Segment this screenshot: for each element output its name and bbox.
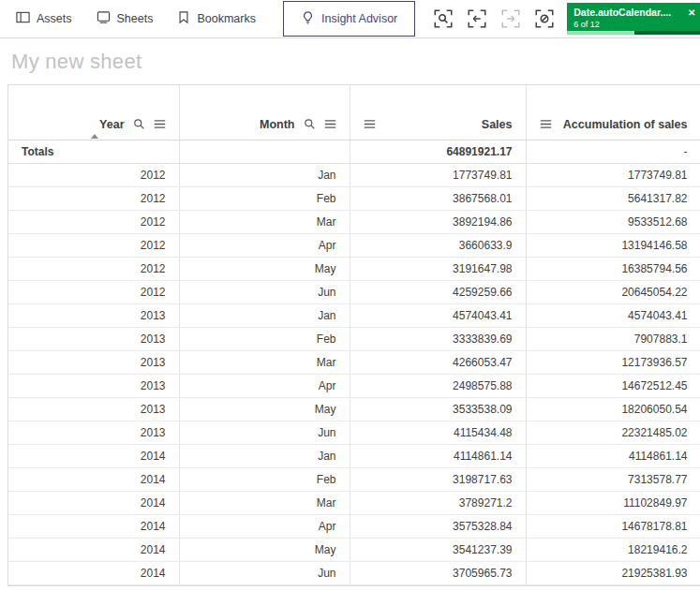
cell-accumulation: 14672512.45 bbox=[526, 374, 700, 397]
cell-sales: 4114861.14 bbox=[350, 444, 526, 467]
cell-year[interactable]: 2014 bbox=[8, 467, 179, 491]
cell-year[interactable]: 2013 bbox=[8, 350, 179, 374]
smart-search-selections-icon[interactable] bbox=[432, 7, 454, 30]
cell-month[interactable]: Apr bbox=[179, 374, 350, 397]
cell-sales: 3575328.84 bbox=[350, 514, 526, 538]
cell-year[interactable]: 2013 bbox=[8, 397, 179, 421]
cell-month[interactable]: Feb bbox=[179, 186, 350, 210]
table-body: Totals 64891921.17 - 2012 Jan 1773749.81… bbox=[8, 140, 700, 584]
cell-month[interactable]: Mar bbox=[179, 210, 350, 233]
cell-year[interactable]: 2012 bbox=[8, 210, 179, 233]
selection-progress-fill bbox=[567, 31, 634, 35]
cell-year[interactable]: 2014 bbox=[8, 444, 179, 467]
bookmarks-button[interactable]: Bookmarks bbox=[165, 0, 268, 37]
cell-month[interactable]: Jun bbox=[179, 280, 350, 303]
step-back-selection-icon[interactable] bbox=[466, 7, 488, 30]
accumulation-menu-icon[interactable] bbox=[540, 118, 552, 130]
cell-sales: 3867568.01 bbox=[350, 186, 526, 210]
cell-month[interactable]: Jan bbox=[179, 444, 350, 467]
cell-sales: 4115434.48 bbox=[350, 421, 526, 444]
cell-accumulation: 20645054.22 bbox=[526, 280, 700, 303]
cell-month[interactable]: Jan bbox=[179, 163, 350, 186]
cell-sales: 4574043.41 bbox=[350, 303, 526, 327]
table-row: 2013 Jun 4115434.48 22321485.02 bbox=[8, 421, 700, 444]
cell-month[interactable]: May bbox=[179, 257, 350, 280]
sales-header-label: Sales bbox=[482, 118, 513, 131]
table-row: 2014 Jan 4114861.14 4114861.14 bbox=[8, 444, 700, 467]
totals-accumulation: - bbox=[526, 140, 700, 163]
sheet-title: My new sheet bbox=[11, 50, 700, 74]
cell-month[interactable]: Apr bbox=[179, 514, 350, 538]
month-menu-icon[interactable] bbox=[324, 118, 336, 130]
cell-year[interactable]: 2012 bbox=[8, 257, 179, 280]
assets-button[interactable]: Assets bbox=[4, 0, 84, 37]
selection-tools bbox=[432, 7, 556, 30]
cell-month[interactable]: Feb bbox=[179, 467, 350, 491]
table-row: 2014 Feb 3198717.63 7313578.77 bbox=[8, 467, 700, 491]
totals-label: Totals bbox=[8, 140, 179, 163]
sales-menu-icon[interactable] bbox=[364, 118, 376, 130]
cell-accumulation: 4114861.14 bbox=[526, 444, 700, 467]
cell-accumulation: 1773749.81 bbox=[526, 163, 700, 186]
cell-year[interactable]: 2012 bbox=[8, 280, 179, 303]
cell-sales: 3533538.09 bbox=[350, 397, 526, 421]
sheets-label: Sheets bbox=[117, 12, 154, 25]
cell-month[interactable]: May bbox=[179, 397, 350, 421]
year-search-icon[interactable] bbox=[133, 118, 145, 130]
selection-badge[interactable]: Date.autoCalendar.... ✕ 6 of 12 bbox=[567, 3, 700, 35]
cell-accumulation: 5641317.82 bbox=[526, 186, 700, 210]
sheets-icon bbox=[97, 10, 111, 27]
selection-close-icon[interactable]: ✕ bbox=[688, 7, 695, 18]
column-header-month[interactable]: Month bbox=[179, 85, 350, 140]
cell-accumulation: 11102849.97 bbox=[526, 491, 700, 514]
table-header-row: Year Month bbox=[8, 85, 700, 140]
cell-sales: 3333839.69 bbox=[350, 327, 526, 350]
cell-accumulation: 13194146.58 bbox=[526, 233, 700, 257]
cell-year[interactable]: 2012 bbox=[8, 186, 179, 210]
cell-month[interactable]: Jan bbox=[179, 303, 350, 327]
cell-year[interactable]: 2014 bbox=[8, 514, 179, 538]
sheets-button[interactable]: Sheets bbox=[84, 0, 166, 37]
cell-year[interactable]: 2012 bbox=[8, 233, 179, 257]
cell-sales: 1773749.81 bbox=[350, 163, 526, 186]
cell-month[interactable]: Mar bbox=[179, 491, 350, 514]
cell-month[interactable]: May bbox=[179, 538, 350, 561]
cell-sales: 3660633.9 bbox=[350, 233, 526, 257]
cell-month[interactable]: Apr bbox=[179, 233, 350, 257]
cell-accumulation: 9533512.68 bbox=[526, 210, 700, 233]
table-row: 2013 May 3533538.09 18206050.54 bbox=[8, 397, 700, 421]
cell-month[interactable]: Jun bbox=[179, 561, 350, 584]
cell-year[interactable]: 2014 bbox=[8, 538, 179, 561]
month-search-icon[interactable] bbox=[304, 118, 316, 130]
cell-accumulation: 16385794.56 bbox=[526, 257, 700, 280]
column-header-year[interactable]: Year bbox=[8, 85, 179, 140]
cell-sales: 3789271.2 bbox=[350, 491, 526, 514]
cell-accumulation: 7907883.1 bbox=[526, 327, 700, 350]
cell-accumulation: 22321485.02 bbox=[526, 421, 700, 444]
table-row: 2012 Mar 3892194.86 9533512.68 bbox=[8, 210, 700, 233]
cell-accumulation: 12173936.57 bbox=[526, 350, 700, 374]
column-header-accumulation[interactable]: Accumulation of sales bbox=[526, 85, 700, 140]
cell-year[interactable]: 2014 bbox=[8, 491, 179, 514]
cell-year[interactable]: 2013 bbox=[8, 421, 179, 444]
cell-accumulation: 21925381.93 bbox=[526, 561, 700, 584]
cell-year[interactable]: 2013 bbox=[8, 303, 179, 327]
table-row: 2014 Mar 3789271.2 11102849.97 bbox=[8, 491, 700, 514]
cell-year[interactable]: 2012 bbox=[8, 163, 179, 186]
cell-year[interactable]: 2014 bbox=[8, 561, 179, 584]
selection-field-label: Date.autoCalendar.... bbox=[573, 7, 671, 18]
column-header-sales[interactable]: Sales bbox=[350, 85, 526, 140]
cell-year[interactable]: 2013 bbox=[8, 327, 179, 350]
bookmark-icon bbox=[177, 10, 190, 27]
cell-month[interactable]: Feb bbox=[179, 327, 350, 350]
cell-month[interactable]: Mar bbox=[179, 350, 350, 374]
clear-selections-icon[interactable] bbox=[533, 7, 556, 30]
cell-year[interactable]: 2013 bbox=[8, 374, 179, 397]
table-row: 2013 Mar 4266053.47 12173936.57 bbox=[8, 350, 700, 374]
year-header-label: Year bbox=[99, 118, 124, 131]
table-row: 2012 May 3191647.98 16385794.56 bbox=[8, 257, 700, 280]
bookmarks-label: Bookmarks bbox=[197, 12, 256, 25]
year-menu-icon[interactable] bbox=[154, 118, 166, 130]
cell-month[interactable]: Jun bbox=[179, 421, 350, 444]
insight-advisor-button[interactable]: Insight Advisor bbox=[283, 1, 415, 37]
